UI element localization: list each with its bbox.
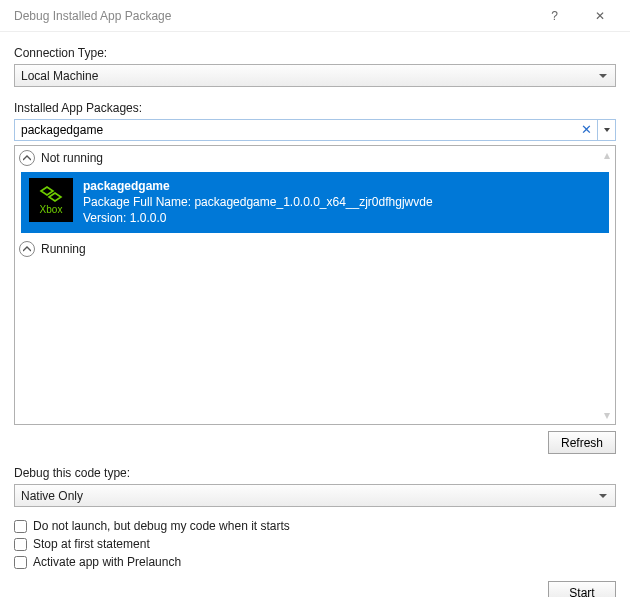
connection-type-value: Local Machine xyxy=(21,69,98,83)
checkbox-do-not-launch[interactable]: Do not launch, but debug my code when it… xyxy=(14,517,616,535)
checkbox-prelaunch[interactable]: Activate app with Prelaunch xyxy=(14,553,616,571)
package-info: packagedgame Package Full Name: packaged… xyxy=(83,178,433,227)
package-item[interactable]: Xbox packagedgame Package Full Name: pac… xyxy=(21,172,609,233)
checkbox-do-not-launch-input[interactable] xyxy=(14,520,27,533)
package-version-value: 1.0.0.0 xyxy=(130,211,167,225)
group-not-running-label: Not running xyxy=(41,151,103,165)
close-button[interactable]: ✕ xyxy=(577,1,622,31)
chevron-up-icon xyxy=(19,241,35,257)
group-running[interactable]: Running xyxy=(15,237,615,261)
package-list[interactable]: ▴▾ Not running Xbox xyxy=(14,145,616,425)
package-fullname-label: Package Full Name: xyxy=(83,195,191,209)
installed-packages-label: Installed App Packages: xyxy=(14,101,616,115)
window-title: Debug Installed App Package xyxy=(14,9,532,23)
help-button[interactable]: ? xyxy=(532,1,577,31)
help-icon: ? xyxy=(551,9,558,23)
package-name: packagedgame xyxy=(83,178,433,194)
titlebar: Debug Installed App Package ? ✕ xyxy=(0,0,630,32)
package-search-row: ✕ xyxy=(14,119,616,141)
start-button[interactable]: Start xyxy=(548,581,616,597)
package-version-label: Version: xyxy=(83,211,126,225)
connection-type-combo[interactable]: Local Machine xyxy=(14,64,616,87)
dialog-content: Connection Type: Local Machine Installed… xyxy=(0,32,630,597)
platform-icon-label: Xbox xyxy=(40,204,63,215)
checkbox-do-not-launch-label: Do not launch, but debug my code when it… xyxy=(33,519,290,533)
checkbox-prelaunch-input[interactable] xyxy=(14,556,27,569)
checkbox-stop-first-input[interactable] xyxy=(14,538,27,551)
debug-code-type-combo[interactable]: Native Only xyxy=(14,484,616,507)
group-running-label: Running xyxy=(41,242,86,256)
package-search-input[interactable] xyxy=(14,119,598,141)
checkbox-prelaunch-label: Activate app with Prelaunch xyxy=(33,555,181,569)
package-fullname-value: packagedgame_1.0.0.0_x64__zjr0dfhgjwvde xyxy=(194,195,432,209)
checkbox-stop-first-label: Stop at first statement xyxy=(33,537,150,551)
group-not-running[interactable]: Not running xyxy=(15,146,615,170)
search-dropdown-button[interactable] xyxy=(598,119,616,141)
debug-code-type-label: Debug this code type: xyxy=(14,466,616,480)
refresh-button[interactable]: Refresh xyxy=(548,431,616,454)
connection-type-label: Connection Type: xyxy=(14,46,616,60)
debug-code-type-value: Native Only xyxy=(21,489,83,503)
checkbox-stop-first[interactable]: Stop at first statement xyxy=(14,535,616,553)
chevron-up-icon xyxy=(19,150,35,166)
xbox-icon: Xbox xyxy=(29,178,73,222)
close-icon: ✕ xyxy=(595,9,605,23)
clear-search-icon[interactable]: ✕ xyxy=(581,122,592,137)
